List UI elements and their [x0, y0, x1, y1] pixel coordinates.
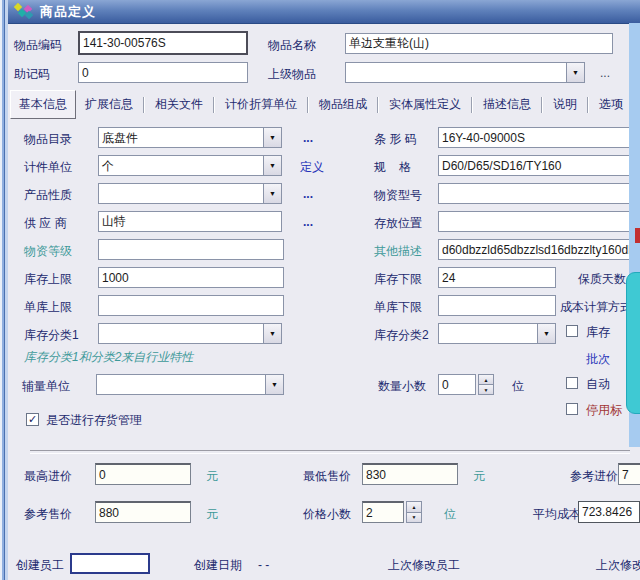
tab-separator: [377, 97, 379, 113]
inventory-mgmt-checkbox[interactable]: ✓: [26, 413, 39, 426]
material-grade-label: 物资等级: [24, 244, 72, 258]
tab-separator: [307, 97, 309, 113]
tab-bar: 基本信息 扩展信息 相关文件 计价折算单位 物品组成 实体属性定义 描述信息 说…: [10, 91, 636, 118]
other-description-label: 其他描述: [374, 244, 422, 258]
price-decimal-input[interactable]: [362, 501, 404, 523]
auto-flag-checkbox[interactable]: [566, 377, 578, 389]
product-nature-label: 产品性质: [24, 188, 72, 202]
unit-dropdown[interactable]: 个 ▼: [98, 155, 282, 176]
disable-flag-checkbox[interactable]: [566, 403, 578, 415]
creator-input[interactable]: [70, 553, 150, 574]
spin-down-icon[interactable]: ▼: [406, 513, 422, 524]
aux-unit-dropdown[interactable]: ▼: [96, 374, 284, 395]
store-upper-input[interactable]: [98, 295, 284, 316]
barcode-input[interactable]: [438, 127, 636, 148]
tab-separator: [471, 97, 473, 113]
ref-sale-input[interactable]: [95, 501, 191, 523]
tab-separator: [541, 97, 543, 113]
tab-description-info[interactable]: 描述信息: [474, 92, 540, 117]
chevron-down-icon[interactable]: ▼: [566, 63, 584, 82]
qty-decimal-stepper[interactable]: ▲ ▼: [478, 374, 494, 395]
storage-location-label: 存放位置: [374, 216, 422, 230]
parent-item-more-button[interactable]: ...: [600, 66, 610, 80]
material-model-input[interactable]: [438, 183, 636, 204]
spin-up-icon[interactable]: ▲: [406, 501, 422, 513]
chevron-down-icon[interactable]: ▼: [537, 324, 555, 343]
stock-class1-dropdown[interactable]: ▼: [98, 323, 282, 344]
other-description-input[interactable]: [438, 239, 636, 260]
stock-flag-checkbox[interactable]: [566, 325, 578, 337]
catalog-label: 物品目录: [24, 132, 72, 146]
create-date-value: - -: [258, 558, 269, 572]
qty-decimal-label: 数量小数: [378, 379, 426, 393]
stock-class-note: 库存分类1和分类2来自行业特性: [24, 349, 193, 366]
tab-notes[interactable]: 说明: [544, 92, 586, 117]
barcode-label: 条 形 码: [374, 132, 417, 146]
parent-item-dropdown[interactable]: ▼: [345, 62, 585, 83]
parent-window-left-border: [0, 0, 8, 580]
ref-purchase-label: 参考进价: [570, 469, 618, 483]
create-date-label: 创建日期: [194, 558, 242, 572]
min-sale-input[interactable]: [362, 463, 458, 485]
qty-decimal-input[interactable]: [438, 374, 476, 395]
stock-flag-label: 库存: [586, 325, 610, 339]
batch-label: 批次: [586, 351, 610, 368]
price-decimal-label: 价格小数: [303, 507, 351, 521]
chevron-down-icon[interactable]: ▼: [263, 184, 281, 203]
min-sale-label: 最低售价: [303, 469, 351, 483]
spin-up-icon[interactable]: ▲: [478, 374, 494, 385]
tab-extended-info[interactable]: 扩展信息: [76, 92, 142, 117]
price-decimal-stepper[interactable]: ▲ ▼: [406, 501, 422, 523]
tab-entity-attributes[interactable]: 实体属性定义: [380, 92, 470, 117]
stock-lower-input[interactable]: [438, 267, 556, 288]
supplier-input[interactable]: [98, 211, 282, 232]
storage-location-input[interactable]: [438, 211, 636, 232]
tab-item-composition[interactable]: 物品组成: [310, 92, 376, 117]
unit-define-link[interactable]: 定义: [300, 159, 324, 176]
chevron-down-icon[interactable]: ▼: [263, 324, 281, 343]
item-code-label: 物品编码: [14, 38, 62, 52]
item-name-input[interactable]: [345, 33, 613, 54]
store-lower-input[interactable]: [438, 295, 556, 316]
store-lower-label: 单库下限: [374, 300, 422, 314]
red-edge-mark: [635, 228, 640, 243]
catalog-more-button[interactable]: ...: [303, 131, 313, 145]
inventory-mgmt-label: 是否进行存货管理: [46, 413, 142, 427]
stock-class2-label: 库存分类2: [374, 328, 429, 342]
chevron-down-icon[interactable]: ▼: [263, 128, 281, 147]
mnemonic-input[interactable]: [78, 62, 248, 83]
max-purchase-label: 最高进价: [24, 469, 72, 483]
shelf-days-label: 保质天数: [578, 272, 626, 286]
spin-down-icon[interactable]: ▼: [478, 385, 494, 395]
chevron-down-icon[interactable]: ▼: [263, 156, 281, 175]
spec-label: 规 格: [374, 160, 411, 174]
chevron-down-icon[interactable]: ▼: [265, 375, 283, 394]
unit-label: 计件单位: [24, 160, 72, 174]
tab-separator: [213, 97, 215, 113]
avg-cost-label: 平均成本: [533, 507, 581, 521]
tab-basic-info[interactable]: 基本信息: [10, 90, 76, 119]
product-nature-dropdown[interactable]: ▼: [98, 183, 282, 204]
avg-cost-input[interactable]: [578, 501, 640, 523]
ref-purchase-input[interactable]: [618, 463, 640, 485]
item-code-input[interactable]: [78, 31, 248, 55]
product-nature-more-button[interactable]: ...: [303, 187, 313, 201]
material-model-label: 物资型号: [374, 188, 422, 202]
max-purchase-input[interactable]: [95, 463, 191, 485]
tab-separator: [587, 97, 589, 113]
aux-unit-label: 辅量单位: [22, 379, 70, 393]
tab-pricing-unit[interactable]: 计价折算单位: [216, 92, 306, 117]
tab-options[interactable]: 选项: [590, 92, 632, 117]
material-grade-input[interactable]: [98, 239, 284, 260]
qty-decimal-suffix: 位: [512, 379, 524, 393]
stock-class2-dropdown[interactable]: ▼: [438, 323, 556, 344]
stock-upper-input[interactable]: [98, 267, 284, 288]
supplier-more-button[interactable]: ...: [303, 215, 313, 229]
mnemonic-label: 助记码: [14, 67, 50, 81]
ref-sale-label: 参考售价: [24, 507, 72, 521]
tab-related-files[interactable]: 相关文件: [146, 92, 212, 117]
catalog-dropdown[interactable]: 底盘件 ▼: [98, 127, 282, 148]
cyan-balloon-edge: [626, 272, 640, 414]
spec-input[interactable]: [438, 155, 636, 176]
title-bar[interactable]: 商品定义: [8, 0, 640, 24]
